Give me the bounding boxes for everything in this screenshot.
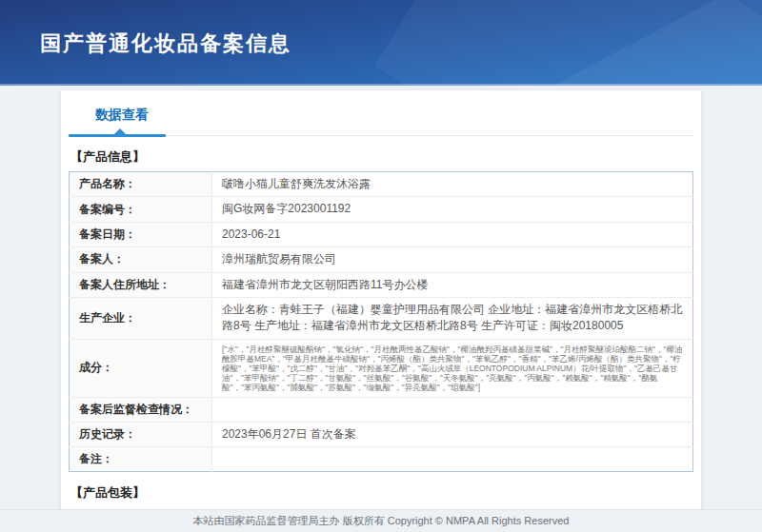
row-value: 漳州瑞航贸易有限公司 [212, 247, 693, 272]
row-label: 备案人住所地址： [70, 272, 212, 297]
row-value: 闽G妆网备字2023001192 [212, 197, 693, 222]
row-label: 成分： [70, 339, 212, 397]
table-row-product-name: 产品名称： 啵噜小猫儿童舒爽洗发沐浴露 [70, 172, 693, 197]
row-value: 2023年06月27日 首次备案 [212, 422, 693, 446]
table-row-history: 历史记录： 2023年06月27日 首次备案 [70, 422, 693, 446]
table-row-filer: 备案人： 漳州瑞航贸易有限公司 [70, 247, 693, 272]
row-value [212, 397, 693, 422]
row-label: 备案日期： [70, 222, 212, 246]
packaging-section-title: 【产品包装】 [70, 484, 693, 502]
row-value: 企业名称：青蛙王子（福建）婴童护理用品有限公司 企业地址：福建省漳州市龙文区梧桥… [212, 297, 693, 339]
table-row-manufacturer: 生产企业： 企业名称：青蛙王子（福建）婴童护理用品有限公司 企业地址：福建省漳州… [70, 297, 693, 339]
row-label: 历史记录： [70, 422, 212, 446]
table-row-ingredients: 成分： ["水"，"月桂醇聚醚硫酸酯钠"，"氯化钠"，"月桂酰两性基乙酸钠"，"… [70, 339, 693, 397]
table-row-remarks: 备注： [70, 447, 693, 472]
row-label: 产品名称： [70, 172, 212, 197]
row-label: 备案人： [70, 247, 212, 272]
row-label: 备注： [70, 447, 212, 472]
product-info-table: 产品名称： 啵噜小猫儿童舒爽洗发沐浴露 备案编号： 闽G妆网备字20230011… [69, 171, 693, 472]
content-card: 数据查看 【产品信息】 产品名称： 啵噜小猫儿童舒爽洗发沐浴露 备案编号： 闽G… [61, 90, 701, 509]
table-row-filing-date: 备案日期： 2023-06-21 [70, 222, 693, 246]
table-row-filing-number: 备案编号： 闽G妆网备字2023001192 [70, 197, 693, 222]
row-label: 备案后监督检查情况： [70, 397, 212, 422]
page: 国产普通化妆品备案信息 数据查看 【产品信息】 产品名称： 啵噜小猫儿童舒爽洗发… [0, 0, 762, 532]
active-tab-underline [69, 134, 166, 137]
page-footer: 本站由国家药品监督管理局主办 版权所有 Copyright © NMPA All… [0, 509, 762, 532]
product-info-section-title: 【产品信息】 [70, 148, 693, 166]
row-label: 备案编号： [70, 197, 212, 222]
active-tab-caret-icon [114, 128, 126, 134]
page-header-banner: 国产普通化妆品备案信息 [0, 0, 762, 86]
header-divider [0, 84, 762, 86]
row-label: 生产企业： [70, 297, 212, 339]
main-area: 数据查看 【产品信息】 产品名称： 啵噜小猫儿童舒爽洗发沐浴露 备案编号： 闽G… [0, 86, 762, 509]
row-value: 啵噜小猫儿童舒爽洗发沐浴露 [212, 172, 693, 197]
row-value: 福建省漳州市龙文区朝阳西路11号办公楼 [212, 272, 693, 297]
table-row-post-filing-inspection: 备案后监督检查情况： [70, 397, 693, 422]
page-title: 国产普通化妆品备案信息 [40, 30, 291, 58]
tab-data-view[interactable]: 数据查看 [95, 107, 149, 124]
table-row-filer-address: 备案人住所地址： 福建省漳州市龙文区朝阳西路11号办公楼 [70, 272, 693, 297]
row-value: 2023-06-21 [212, 222, 693, 246]
footer-copyright-text: 本站由国家药品监督管理局主办 版权所有 Copyright © NMPA All… [193, 515, 570, 526]
row-value [212, 447, 693, 472]
tab-bar: 数据查看 [69, 106, 693, 136]
row-value: ["水"，"月桂醇聚醚硫酸酯钠"，"氯化钠"，"月桂酰两性基乙酸钠"，"椰油酰羟… [212, 339, 693, 397]
